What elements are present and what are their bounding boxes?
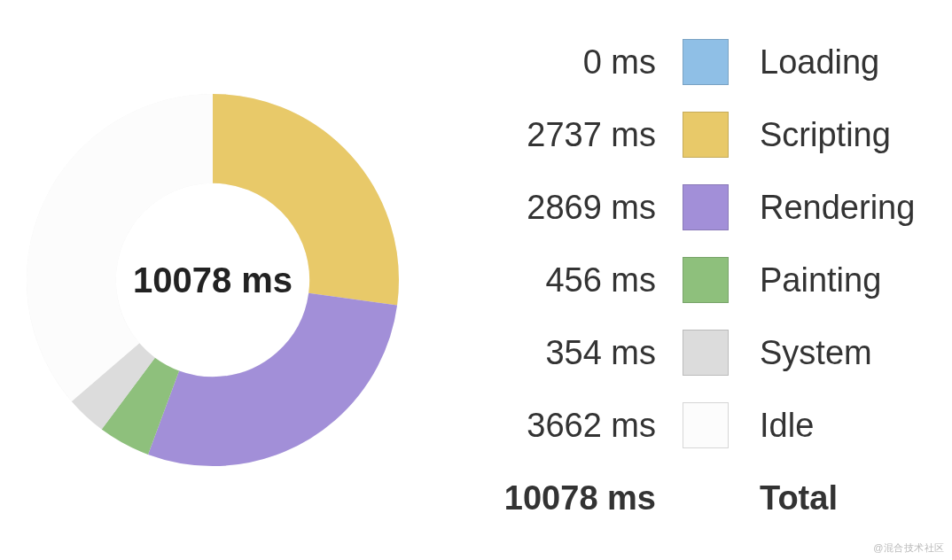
legend-row-rendering: 2869 ms Rendering bbox=[452, 183, 917, 231]
donut-chart: 10078 ms bbox=[27, 94, 399, 466]
watermark: @混合技术社区 bbox=[873, 541, 945, 555]
legend-row-system: 354 ms System bbox=[452, 329, 917, 377]
legend-row-loading: 0 ms Loading bbox=[452, 38, 917, 86]
summary-panel: 10078 ms 0 ms Loading 2737 ms Scripting … bbox=[0, 0, 952, 560]
legend-swatch-system bbox=[683, 330, 729, 376]
legend-total-label: Total bbox=[760, 479, 838, 517]
legend-value: 2737 ms bbox=[452, 116, 656, 154]
legend-label: Scripting bbox=[760, 116, 891, 154]
legend-value: 2869 ms bbox=[452, 189, 656, 227]
legend-label: System bbox=[760, 334, 872, 372]
legend-swatch-rendering bbox=[683, 184, 729, 230]
legend-row-idle: 3662 ms Idle bbox=[452, 401, 917, 449]
legend-value: 3662 ms bbox=[452, 407, 656, 445]
legend-label: Idle bbox=[760, 407, 814, 445]
legend-row-total: 10078 ms Total bbox=[452, 474, 917, 522]
legend-swatch-loading bbox=[683, 39, 729, 85]
legend-value: 354 ms bbox=[452, 334, 656, 372]
legend-swatch-idle bbox=[683, 402, 729, 448]
legend-value: 0 ms bbox=[452, 43, 656, 82]
legend-row-scripting: 2737 ms Scripting bbox=[452, 111, 917, 159]
legend: 0 ms Loading 2737 ms Scripting 2869 ms R… bbox=[452, 38, 917, 522]
donut-svg bbox=[27, 94, 399, 466]
legend-value: 456 ms bbox=[452, 261, 656, 299]
legend-total-value: 10078 ms bbox=[452, 479, 656, 517]
legend-swatch-scripting bbox=[683, 112, 729, 158]
legend-label: Rendering bbox=[760, 189, 915, 227]
legend-label: Painting bbox=[760, 261, 881, 299]
legend-label: Loading bbox=[760, 43, 879, 82]
legend-swatch-painting bbox=[683, 257, 729, 303]
legend-row-painting: 456 ms Painting bbox=[452, 256, 917, 304]
